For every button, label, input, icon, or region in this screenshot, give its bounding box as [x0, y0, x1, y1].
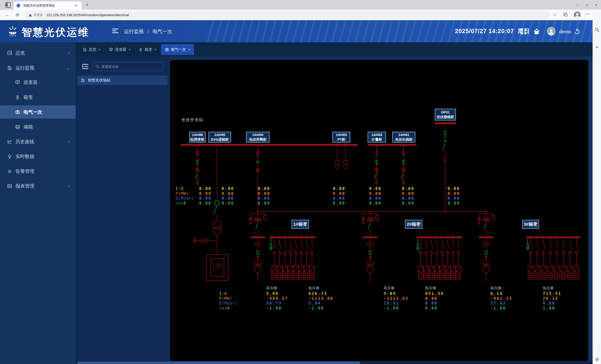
browser-workspace-icon[interactable]: [5, 2, 11, 8]
tree-node-station[interactable]: 智慧光伏场站: [78, 76, 168, 85]
breadcrumb-page[interactable]: 电气一次: [153, 29, 172, 34]
transformer-1-label[interactable]: 1#箱变: [291, 220, 309, 229]
sidebar-item-monitoring[interactable]: 运行监视 ⌄: [0, 61, 76, 74]
cabinet-1ah05[interactable]: 1AH05SVG进线柜: [209, 132, 231, 142]
sidebar-item-overview[interactable]: 总览 ›: [0, 46, 76, 60]
browser-toolbar: ← ⟳ 不安全 221.226.253.198:20253/#/monitors…: [0, 10, 601, 20]
tab-close-icon[interactable]: ×: [188, 48, 190, 51]
cabinet-1ah03[interactable]: 1AH03PT柜: [332, 132, 350, 142]
monitor-icon: [7, 65, 12, 71]
values-1ah05: 0.000.00 0.000.00: [222, 186, 234, 205]
sidebar-item-history-curve[interactable]: 历史曲线 ›: [0, 135, 76, 148]
tab-overview[interactable]: 总览 ×: [79, 44, 104, 55]
browser-profile-avatar[interactable]: [574, 11, 581, 18]
browser-tab[interactable]: 智能光伏运维管理系统 ✕: [14, 1, 82, 10]
tab-close-icon[interactable]: ✕: [73, 3, 79, 8]
hv-side-label-1: 高压侧: [266, 286, 277, 290]
sidebar-item-electrical[interactable]: 电气一次: [0, 105, 76, 119]
search-icon: [96, 65, 99, 68]
sidebar-item-box-transformer[interactable]: 箱变: [0, 91, 76, 104]
sidebar-item-realtime-data[interactable]: 实时数据: [0, 150, 76, 163]
overview-icon: [7, 50, 12, 55]
sidebar-item-inverter[interactable]: 逆变器: [0, 76, 76, 89]
values-1ah06: 0.000.00 0.000.00: [199, 186, 211, 205]
single-line-diagram-canvas[interactable]: 光伏开关站 1AH06站用变柜 1AH05SVG进线柜 1AH04光伏并网柜 1…: [170, 60, 588, 361]
menu-collapse-icon[interactable]: [112, 29, 118, 34]
browser-tabstrip: 智能光伏运维管理系统 ✕ + — ▢ ✕: [0, 0, 601, 10]
transformer-3-label[interactable]: 3#箱变: [522, 220, 539, 229]
not-secure-icon: [29, 14, 32, 16]
app-title: 智慧光伏运维: [22, 25, 89, 39]
cabinet-1ah04[interactable]: 1AH04光伏并网柜: [246, 132, 270, 142]
hv-side-label-2: 高压侧: [384, 286, 395, 290]
sidebar-item-alarm[interactable]: 告警管理: [0, 165, 76, 178]
tab-label: 电气一次: [171, 47, 186, 52]
tree-collapse-icon[interactable]: [82, 63, 89, 70]
chevron-right-icon: ›: [68, 51, 70, 55]
tree-search[interactable]: [93, 62, 163, 71]
search-input[interactable]: [101, 65, 158, 69]
header-datetime: 2025/07/27 14:20:07 周日: [455, 27, 530, 35]
sidebar-search-icon[interactable]: [594, 27, 600, 32]
address-bar[interactable]: 不安全 221.226.253.198:20253/#/monitors/ope…: [24, 11, 550, 19]
tab-box-transformer[interactable]: 箱变 ×: [135, 44, 160, 55]
back-button[interactable]: ←: [4, 11, 11, 19]
tab-inverter[interactable]: 逆变器 ×: [105, 44, 134, 55]
device-tree-panel: 智慧光伏场站: [76, 56, 170, 364]
fullscreen-icon[interactable]: [520, 28, 527, 35]
lv-side-label-3: 低压侧: [543, 286, 554, 290]
sidebar-item-reports[interactable]: 报表管理 ›: [0, 179, 76, 192]
sidebar-item-label: 告警管理: [16, 168, 34, 174]
user-avatar[interactable]: [547, 27, 555, 35]
window-minimize-button[interactable]: —: [573, 0, 582, 10]
report-icon: [7, 183, 12, 189]
cabinet-1ah06[interactable]: 1AH06站用变柜: [189, 132, 206, 142]
tab-close-icon[interactable]: ×: [99, 48, 100, 51]
app-sidebar: 总览 › 运行监视 ⌄ 逆变器 箱变 电气一次 储能 历史曲线 › 实时数据 告…: [0, 42, 76, 364]
page-content: 智慧光伏场站: [76, 56, 592, 364]
collections-icon[interactable]: [563, 12, 568, 17]
transformer-2-label[interactable]: 2#箱变: [405, 220, 422, 229]
browser-tab-title: 智能光伏运维管理系统: [23, 3, 73, 8]
sidebar-item-label: 总览: [16, 50, 25, 56]
tab-close-icon[interactable]: ×: [154, 48, 156, 51]
tab-electrical[interactable]: 电气一次 ×: [161, 44, 194, 55]
browser-menu-icon[interactable]: ⋯: [585, 11, 590, 17]
url-text: 221.226.253.198:20253/#/monitors/operati…: [47, 13, 129, 17]
home-icon[interactable]: [533, 28, 540, 35]
sidebar-item-storage[interactable]: 储能: [0, 120, 76, 133]
transformer-2-lv-values: 651.340.00 0.000.00: [425, 291, 444, 311]
tab-close-icon[interactable]: ×: [129, 48, 130, 51]
chevron-down-icon: ⌄: [66, 66, 70, 70]
values-1ah02: 0.000.00 0.000.00: [369, 186, 381, 205]
window-close-button[interactable]: ✕: [592, 0, 601, 10]
horizontal-scrollbar[interactable]: [76, 361, 592, 364]
bottom-metric-labels: I:A P(MW) Q(MVar) cosΦ: [219, 291, 238, 311]
storage-icon: [15, 124, 20, 129]
cabinet-1ah01[interactable]: 1AH01光伏出线柜: [392, 132, 415, 142]
inverter-tab-icon: [109, 47, 113, 52]
cabinet-gf01[interactable]: GF01光伏接线柜: [435, 109, 456, 121]
window-controls: — ▢ ✕: [573, 0, 601, 10]
tab-label: 总览: [89, 47, 96, 52]
scrollbar-thumb[interactable]: [77, 362, 360, 364]
screen: { "browser": { "tab_title": "智能光伏运维管理系统"…: [0, 0, 601, 364]
breadcrumb-section[interactable]: 运行监视: [124, 29, 144, 34]
window-maximize-button[interactable]: ▢: [582, 0, 592, 10]
cabinet-1ah02[interactable]: 1AH02计量柜: [368, 132, 386, 142]
station-icon: [81, 78, 85, 82]
sidebar-item-label: 实时数据: [16, 153, 34, 160]
site-favicon: [16, 3, 21, 8]
tab-label: 逆变器: [115, 47, 126, 52]
station-area-label: 光伏开关站: [181, 117, 203, 122]
username-label[interactable]: demo: [559, 29, 571, 34]
favorite-star-icon[interactable]: ☆: [553, 12, 557, 17]
settings-gear-icon[interactable]: ⚙: [594, 357, 600, 362]
breadcrumb-separator: /: [147, 29, 149, 34]
logout-power-icon[interactable]: [574, 28, 580, 35]
sidebar-add-icon[interactable]: +: [594, 45, 600, 50]
overview-tab-icon: [83, 47, 87, 52]
sidebar-item-label: 箱变: [23, 94, 33, 101]
reload-button[interactable]: ⟳: [14, 11, 21, 19]
new-tab-button[interactable]: +: [84, 2, 91, 9]
